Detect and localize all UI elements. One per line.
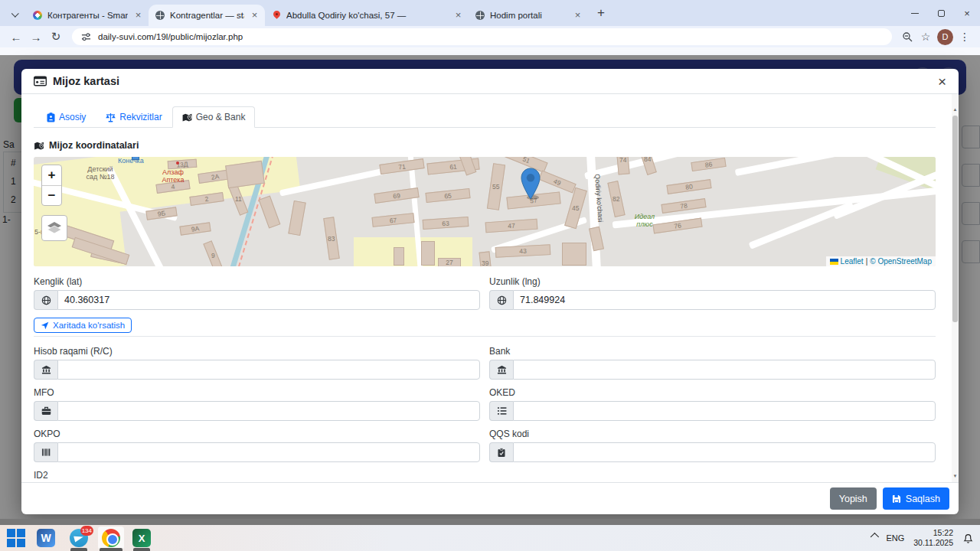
telegram-badge: 134 (80, 526, 93, 536)
modal-close-icon[interactable]: × (938, 74, 946, 89)
forward-button[interactable]: → (26, 28, 46, 46)
mfo-input[interactable] (57, 401, 480, 421)
modal-scrollbar[interactable]: ▲ ▼ (952, 94, 959, 482)
window-controls: × (902, 0, 980, 26)
map-road (735, 157, 864, 176)
show-on-map-label: Xaritada ko'rsatish (53, 321, 125, 330)
telegram-taskbar-button[interactable]: 134 (69, 528, 89, 548)
lat-input[interactable] (57, 290, 480, 310)
globe-icon (489, 290, 513, 310)
modal-header: Mijoz kartasi × (21, 69, 959, 94)
reload-button[interactable]: ↻ (46, 28, 66, 46)
save-button[interactable]: Saqlash (883, 487, 949, 510)
windows-start-icon (7, 529, 25, 547)
section-divider (34, 336, 936, 337)
browser-tab[interactable]: Kontragentlar — stacked moda× (149, 5, 265, 26)
okpo-input[interactable] (57, 442, 480, 462)
close-modal-button[interactable]: Yopish (830, 487, 877, 510)
show-on-map-button[interactable]: Xaritada ko'rsatish (34, 318, 132, 333)
new-tab-button[interactable]: + (591, 3, 611, 23)
account-input[interactable] (57, 360, 480, 380)
field-label: Kenglik (lat) (34, 276, 480, 287)
tab-asosiy[interactable]: Asosiy (37, 106, 96, 128)
building-number: 76 (674, 221, 682, 230)
language-indicator[interactable]: ENG (886, 533, 904, 543)
running-indicator (133, 548, 150, 551)
transit-stop-icon (132, 157, 139, 160)
tab-close-icon[interactable]: × (249, 10, 260, 21)
bank-icon (34, 360, 57, 380)
running-indicator (100, 548, 122, 551)
ukraine-flag-icon (830, 259, 838, 265)
scrollbar-thumb[interactable] (952, 116, 958, 322)
excel-taskbar-button[interactable]: X (132, 528, 152, 548)
scroll-up-icon[interactable]: ▲ (952, 105, 959, 114)
profile-avatar[interactable]: D (937, 29, 953, 45)
map-marker-pin[interactable] (521, 168, 541, 200)
scroll-down-icon[interactable]: ▼ (952, 471, 959, 481)
section-title-text: Mijoz koordinatalari (49, 140, 139, 151)
map-building (259, 195, 281, 228)
browser-toolbar: ← → ↻ daily-suvi.com/19l/public/mijozlar… (0, 26, 980, 47)
tab-close-icon[interactable]: × (572, 10, 583, 21)
map-building: 47 (485, 219, 538, 233)
building-number: 78 (680, 201, 688, 210)
browser-tab[interactable]: Hodim portali× (469, 5, 588, 26)
minimize-button[interactable] (902, 0, 928, 26)
browser-tab[interactable]: Контрагенты - Smartup× (26, 5, 149, 26)
lng-input[interactable] (513, 290, 936, 310)
map-label: Конечка (118, 158, 144, 165)
start-button[interactable] (6, 528, 26, 548)
chevron-down-icon (11, 9, 18, 17)
leaflet-link[interactable]: Leaflet (841, 257, 864, 266)
tab-geo-bank[interactable]: Geo & Bank (172, 106, 256, 128)
word-taskbar-button[interactable]: W (36, 528, 56, 548)
notifications-bell-icon[interactable] (962, 533, 974, 544)
clock[interactable]: 15:22 30.11.2025 (913, 528, 953, 548)
bank-input[interactable] (513, 360, 936, 380)
back-button[interactable]: ← (6, 28, 26, 46)
oked-input[interactable] (513, 401, 936, 421)
maximize-button[interactable] (928, 0, 954, 26)
building-number: 86 (704, 160, 713, 168)
field-label: Uzunlik (lng) (489, 276, 936, 287)
section-title: Mijoz koordinatalari (34, 140, 936, 151)
leaflet-map[interactable]: 7169676165635149555745474339277484868280… (34, 157, 936, 266)
field-label: QQS kodi (489, 429, 936, 439)
tab-close-icon[interactable]: × (452, 10, 464, 21)
map-building (288, 201, 305, 236)
bookmark-star-icon[interactable]: ☆ (916, 28, 935, 46)
building-number: 65 (444, 191, 452, 200)
tab-search-button[interactable] (8, 6, 23, 21)
browser-menu-icon[interactable]: ⋮ (956, 28, 974, 46)
zoom-page-icon[interactable] (898, 28, 916, 46)
building-number: 11 (235, 195, 242, 203)
chrome-taskbar-button[interactable] (101, 528, 121, 548)
address-bar[interactable]: daily-suvi.com/19l/public/mijozlar.php (72, 28, 892, 45)
qqs-input[interactable] (513, 442, 936, 462)
map-building (562, 243, 586, 266)
tray-chevron-up-icon[interactable] (871, 533, 879, 541)
building-number: 61 (449, 162, 457, 171)
field-lat: Kenglik (lat) (34, 276, 480, 310)
screen: Контрагенты - Smartup×Kontragentlar — st… (0, 0, 980, 551)
site-settings-icon[interactable] (81, 32, 91, 42)
maximize-icon (938, 10, 945, 17)
map-building: 86 (691, 158, 726, 171)
osm-link[interactable]: © OpenStreetMap (870, 257, 932, 266)
zoom-in-button[interactable]: + (42, 165, 61, 185)
browser-tab[interactable]: Abdulla Qodiriy ko'chasi, 57 —× (265, 5, 469, 26)
map-building: 27 (438, 258, 461, 266)
close-window-button[interactable]: × (954, 0, 980, 26)
chrome-icon (102, 529, 120, 547)
map-layers-control[interactable] (41, 215, 67, 241)
map-button-row: Xaritada ko'rsatish (34, 318, 480, 333)
tab-title: Контрагенты - Smartup (47, 11, 128, 20)
tab-rekvizitlar[interactable]: Rekvizitlar (96, 106, 172, 128)
map-building: 67 (371, 213, 414, 227)
tab-title: Abdulla Qodiriy ko'chasi, 57 — (286, 11, 448, 20)
excel-icon: X (132, 529, 151, 547)
map-building: 9 (203, 240, 222, 266)
tab-close-icon[interactable]: × (132, 10, 144, 21)
zoom-out-button[interactable]: − (42, 185, 61, 205)
